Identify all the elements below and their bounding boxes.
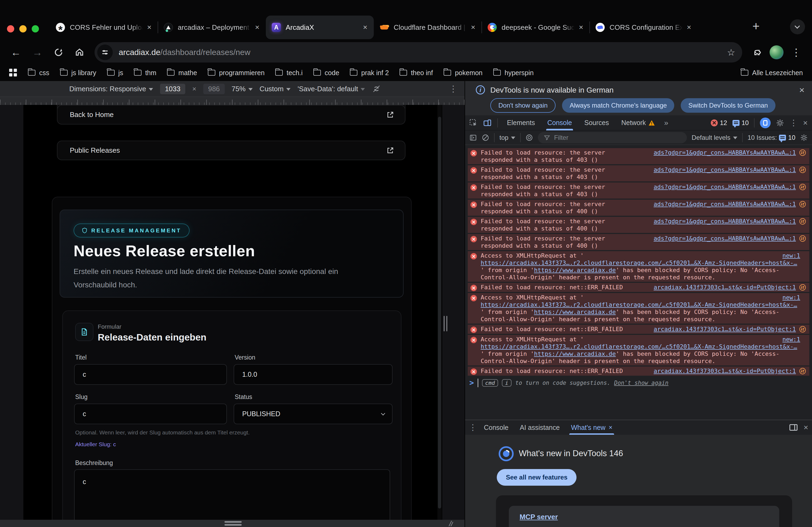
source-link[interactable]: new:1 xyxy=(782,252,800,259)
browser-tab[interactable]: arcadiax – Deployment Ov × xyxy=(158,16,266,39)
match-language-button[interactable]: Always match Chrome's language xyxy=(562,98,674,113)
forward-button[interactable]: → xyxy=(28,47,46,57)
issues-counter[interactable]: 10 Issues:10 xyxy=(748,134,795,141)
dock-side-icon[interactable] xyxy=(789,424,798,431)
network-request-icon[interactable] xyxy=(799,367,806,375)
console-error-row[interactable]: new:1 Access to XMLHttpRequest at ' http… xyxy=(468,293,809,323)
blocked-url-link[interactable]: https://arcadiax.143f373….r2.cloudflares… xyxy=(481,343,800,350)
window-maximize-button[interactable] xyxy=(32,25,39,32)
zoom-select[interactable]: 75% xyxy=(232,85,253,93)
extensions-button[interactable] xyxy=(749,47,766,57)
tab-close-icon[interactable]: × xyxy=(609,424,612,431)
drawer-menu-button[interactable]: ⋮ xyxy=(469,423,477,432)
source-link[interactable]: ads?gdpr=1&gdpr_cons…HABBAYsAwAAYBAwA…:1 xyxy=(654,235,796,242)
console-settings-icon[interactable] xyxy=(800,134,808,141)
save-data-select[interactable]: 'Save-Data': default xyxy=(298,85,365,93)
settings-gear-icon[interactable] xyxy=(776,119,784,127)
source-link[interactable]: new:1 xyxy=(782,336,800,343)
titel-input[interactable]: c xyxy=(74,364,227,385)
browser-menu-button[interactable]: ⋮ xyxy=(787,47,805,57)
window-minimize-button[interactable] xyxy=(19,25,27,32)
browser-tab[interactable]: CORS Configuration Expla × xyxy=(590,16,698,39)
source-link[interactable]: ads?gdpr=1&gdpr_cons…HABBAYsAwAAYBAwA…:1 xyxy=(654,166,796,174)
tab-elements[interactable]: Elements xyxy=(504,115,538,131)
reload-button[interactable] xyxy=(50,47,67,57)
console-error-row[interactable]: Failed to load resource: the serverrespo… xyxy=(468,165,809,181)
more-tabs-button[interactable]: » xyxy=(664,119,667,127)
console-error-row[interactable]: Failed to load resource: the serverrespo… xyxy=(468,148,809,164)
source-link[interactable]: ads?gdpr=1&gdpr_cons…HABBAYsAwAAYBAwA…:1 xyxy=(654,217,796,225)
viewport-resize-handle[interactable] xyxy=(224,521,242,526)
tab-close-icon[interactable]: × xyxy=(361,23,369,32)
console-error-row[interactable]: Failed to load resource: the serverrespo… xyxy=(468,200,809,216)
network-request-icon[interactable] xyxy=(799,326,806,333)
see-all-features-button[interactable]: See all new features xyxy=(497,469,577,486)
console-error-row[interactable]: new:1 Access to XMLHttpRequest at ' http… xyxy=(468,335,809,365)
device-toolbar-menu-button[interactable]: ⋮ xyxy=(449,84,458,94)
device-toolbar-toggle-icon[interactable] xyxy=(483,119,491,127)
inspect-element-icon[interactable] xyxy=(469,119,477,127)
corner-resize-icon[interactable] xyxy=(447,520,454,527)
page-nav-card[interactable]: Public Releases xyxy=(57,140,405,160)
network-request-icon[interactable] xyxy=(799,149,806,156)
viewport-height-input[interactable]: 986 xyxy=(203,84,224,94)
tab-close-icon[interactable]: × xyxy=(577,23,585,32)
tab-close-icon[interactable]: × xyxy=(253,23,261,32)
page-scrollbar[interactable] xyxy=(437,105,442,520)
bookmark-folder[interactable]: mathe xyxy=(167,69,197,77)
console-message-count[interactable]: 10 xyxy=(733,119,749,127)
profile-avatar[interactable] xyxy=(770,45,784,59)
bookmark-folder[interactable]: prak inf 2 xyxy=(350,69,389,77)
browser-tab[interactable]: deepseek - Google Suche × xyxy=(482,16,590,39)
site-info-button[interactable] xyxy=(97,45,113,60)
source-link[interactable]: arcadiax.143f37303c1…st&x-id=PutObject:1 xyxy=(654,284,796,291)
network-request-icon[interactable] xyxy=(799,284,806,291)
browser-tab[interactable]: Cloudflare Dashboard | Ma × xyxy=(374,16,482,39)
network-request-icon[interactable] xyxy=(799,166,806,174)
origin-link[interactable]: https://www.arcadiax.de xyxy=(534,308,616,315)
browser-tab[interactable]: CORS Fehler und Upload × xyxy=(50,16,158,39)
blocked-url-link[interactable]: https://arcadiax.143f373….r2.cloudflares… xyxy=(481,301,800,308)
bookmark-folder[interactable]: code xyxy=(313,69,339,77)
devtools-close-button[interactable]: × xyxy=(803,119,808,127)
tab-close-icon[interactable]: × xyxy=(685,23,693,32)
window-close-button[interactable] xyxy=(7,25,14,32)
bookmark-folder[interactable]: css xyxy=(28,69,49,77)
origin-link[interactable]: https://www.arcadiax.de xyxy=(534,267,616,273)
bookmark-folder[interactable]: js library xyxy=(60,69,97,77)
blocked-url-link[interactable]: https://arcadiax.143f373….r2.cloudflares… xyxy=(481,259,800,267)
bookmark-folder[interactable]: thm xyxy=(134,69,157,77)
apps-grid-icon[interactable] xyxy=(9,69,17,77)
bookmark-star-icon[interactable]: ☆ xyxy=(727,47,735,58)
status-select[interactable]: PUBLISHED xyxy=(234,404,393,424)
bookmark-folder[interactable]: theo inf xyxy=(400,69,433,77)
origin-link[interactable]: https://www.arcadiax.de xyxy=(534,350,616,357)
all-bookmarks[interactable]: Alle Lesezeichen xyxy=(741,69,803,77)
slug-input[interactable]: c xyxy=(74,404,227,424)
drawer-close-button[interactable]: × xyxy=(803,423,808,432)
version-input[interactable]: 1.0.0 xyxy=(234,364,393,385)
network-request-icon[interactable] xyxy=(799,201,806,208)
console-error-count[interactable]: 12 xyxy=(711,119,727,127)
viewport-width-input[interactable]: 1033 xyxy=(160,84,185,94)
browser-tab[interactable]: ArcadiaX × xyxy=(266,16,374,39)
home-button[interactable] xyxy=(71,47,88,57)
omnibox[interactable]: arcadiax.de/dashboard/releases/new ☆ xyxy=(95,42,742,62)
blue-feature-icon[interactable] xyxy=(760,118,771,128)
network-request-icon[interactable] xyxy=(799,183,806,191)
source-link[interactable]: new:1 xyxy=(782,294,800,301)
console-error-row[interactable]: Failed to load resource: the serverrespo… xyxy=(468,217,809,233)
devtools-menu-button[interactable]: ⋮ xyxy=(789,119,798,127)
throttling-select[interactable]: Custom xyxy=(260,85,291,93)
console-error-row[interactable]: Failed to load resource: the serverrespo… xyxy=(468,182,809,199)
console-error-row[interactable]: Failed to load resource: the serverrespo… xyxy=(468,234,809,250)
scrollbar-thumb[interactable] xyxy=(438,117,441,509)
prompt-dismiss-link[interactable]: Don't show again xyxy=(614,380,668,386)
network-request-icon[interactable] xyxy=(799,218,806,225)
source-link[interactable]: ads?gdpr=1&gdpr_cons…HABBAYsAwAAYBAwA…:1 xyxy=(654,200,796,208)
url-text[interactable]: arcadiax.de/dashboard/releases/new xyxy=(119,48,727,57)
rotate-viewport-icon[interactable] xyxy=(372,84,381,93)
drawer-tab-console[interactable]: Console xyxy=(480,420,513,435)
back-button[interactable]: ← xyxy=(7,47,25,57)
dimensions-select[interactable]: Dimensions: Responsive xyxy=(69,85,153,93)
